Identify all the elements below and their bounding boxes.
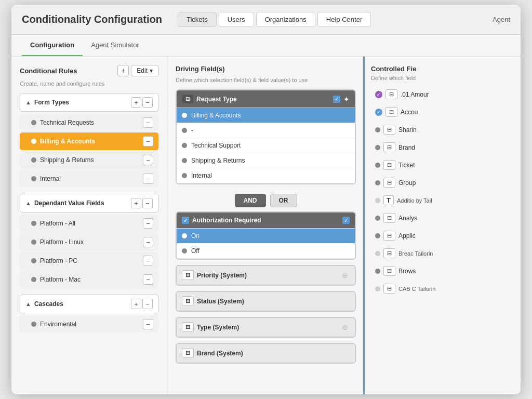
remove-cascade-button[interactable]: −: [142, 299, 153, 309]
remove-dependant-button[interactable]: −: [142, 198, 153, 208]
nav-tabs: Tickets Users Organizations Help Center: [178, 12, 371, 27]
sub-tab-configuration[interactable]: Configuration: [22, 35, 83, 56]
field-value-item[interactable]: Technical Support: [177, 138, 355, 153]
or-connector-button[interactable]: OR: [270, 194, 297, 207]
status-system-title: ⊟ Status (System): [182, 296, 244, 306]
authorization-required-header: ✓ Authorization Required ✓: [177, 212, 355, 229]
list-item[interactable]: Platform - All −: [20, 215, 158, 232]
dependant-actions: + −: [131, 198, 153, 208]
field-tag: ⊟: [385, 107, 397, 117]
controlled-item[interactable]: ✓ ⊟ .01 Amour: [371, 86, 514, 102]
list-item[interactable]: Enviromental −: [20, 315, 158, 333]
checkbox-icon[interactable]: ✓: [342, 217, 350, 224]
dot-icon: [31, 157, 36, 163]
chevron-down-icon: ▾: [150, 67, 153, 74]
controlled-fields-subtitle: Define which field: [371, 75, 514, 81]
cascades-header: ▲ Cascades + −: [20, 295, 158, 313]
controlled-item[interactable]: ⊟ Breac Tailorin: [371, 245, 514, 261]
star-button[interactable]: ⊛: [340, 323, 350, 332]
collapse-icon: ▲: [25, 99, 31, 105]
field-tag: ⊟: [383, 178, 395, 188]
request-type-block: ⊟ Request Type ✓ ✦ Billing & Accounts: [176, 89, 356, 184]
list-item[interactable]: Platform - PC −: [20, 252, 158, 270]
controlled-item[interactable]: ⊟ Brand: [371, 139, 514, 155]
add-cascade-button[interactable]: +: [131, 299, 141, 309]
nav-tab-tickets[interactable]: Tickets: [178, 12, 217, 27]
nav-tab-users[interactable]: Users: [219, 12, 254, 27]
controlled-item[interactable]: ⊟ Applic: [371, 228, 514, 244]
controlled-item[interactable]: ⊟ CAB C Tailorin: [371, 281, 514, 297]
priority-system-header: ⊟ Priority (System) ⊛: [177, 266, 355, 285]
dot-light-icon: [375, 286, 380, 291]
dot-icon: [31, 176, 36, 181]
field-tag: ⊟: [385, 89, 397, 99]
selected-dot-icon: [182, 233, 187, 238]
sub-tab-agent-simulator[interactable]: Agent Simulator: [83, 35, 148, 56]
form-types-header: ▲ Form Types + −: [20, 93, 158, 112]
remove-item-button[interactable]: −: [143, 155, 153, 165]
controlled-item[interactable]: ⊟ Brows: [371, 263, 514, 279]
priority-system-block: ⊟ Priority (System) ⊛: [176, 265, 356, 286]
remove-item-button[interactable]: −: [143, 174, 153, 184]
dot-icon: [375, 198, 380, 203]
field-value-item[interactable]: Shipping & Returns: [177, 153, 355, 168]
remove-item-button[interactable]: −: [143, 319, 153, 329]
remove-form-type-button[interactable]: −: [142, 97, 153, 108]
star-icon: ✦: [343, 95, 350, 103]
app-title: Conditionality Configuration: [22, 14, 162, 25]
sub-tabs: Configuration Agent Simulator: [11, 35, 521, 57]
right-panel: Controlled Fie Define which field ✓ ⊟ .0…: [365, 57, 521, 394]
dot-icon: [375, 127, 380, 132]
remove-item-button[interactable]: −: [143, 136, 153, 147]
remove-item-button[interactable]: −: [143, 218, 153, 229]
field-value-item[interactable]: -: [177, 123, 355, 138]
remove-item-button[interactable]: −: [143, 117, 153, 128]
nav-tab-organizations[interactable]: Organizations: [256, 12, 315, 27]
controlled-item[interactable]: ⊟ Ticket: [371, 157, 514, 173]
type-system-block: ⊟ Type (System) ⊛: [176, 317, 356, 338]
dot-icon: [375, 145, 380, 150]
add-dependant-button[interactable]: +: [131, 198, 141, 208]
controlled-fields-title: Controlled Fie: [371, 65, 514, 73]
add-form-type-button[interactable]: +: [131, 97, 141, 108]
field-tag: ⊟: [383, 248, 395, 258]
field-value-item[interactable]: On: [177, 229, 355, 244]
cascades-section: ▲ Cascades + − Enviromental −: [20, 295, 158, 333]
list-item[interactable]: Platform - Linux −: [20, 233, 158, 251]
controlled-item[interactable]: T Additio by Tail: [371, 192, 514, 208]
remove-item-button[interactable]: −: [143, 256, 153, 266]
dot-icon: [375, 233, 380, 238]
edit-button[interactable]: Edit ▾: [131, 65, 158, 76]
list-item[interactable]: Technical Requests −: [20, 114, 158, 131]
star-button[interactable]: ⊛: [340, 271, 350, 280]
system-fields: ⊟ Priority (System) ⊛ ⊟ Status (System): [176, 265, 356, 364]
app-window: Conditionality Configuration Tickets Use…: [11, 5, 521, 394]
brand-system-block: ⊟ Brand (System): [176, 343, 356, 364]
field-tag: ⊟: [383, 160, 395, 170]
add-rule-button[interactable]: +: [117, 65, 129, 76]
and-connector-button[interactable]: AND: [235, 194, 266, 207]
nav-tab-helpcenter[interactable]: Help Center: [317, 12, 371, 27]
rules-subtitle: Create, name and configure rules: [20, 81, 158, 87]
list-item[interactable]: Shipping & Returns −: [20, 151, 158, 169]
remove-item-button[interactable]: −: [143, 237, 153, 247]
list-item[interactable]: Billing & Accounts −: [20, 132, 158, 150]
dot-icon: [375, 180, 380, 185]
remove-item-button[interactable]: −: [143, 274, 153, 285]
list-item[interactable]: Internal −: [20, 170, 158, 188]
field-tag: ⊟: [182, 348, 194, 358]
field-tag: ⊟: [383, 231, 395, 241]
controlled-item[interactable]: ⊟ Group: [371, 175, 514, 191]
checkbox-icon[interactable]: ✓: [333, 96, 340, 103]
controlled-item[interactable]: ✓ ⊟ Accou: [371, 104, 514, 120]
field-value-item[interactable]: Off: [177, 244, 355, 259]
checkbox-checked-icon[interactable]: ✓: [182, 217, 189, 224]
field-value-item[interactable]: Billing & Accounts: [177, 108, 355, 123]
list-item[interactable]: Platform - Mac −: [20, 271, 158, 288]
controlled-item[interactable]: ⊟ Analys: [371, 210, 514, 226]
field-tag: ⊟: [383, 213, 395, 223]
brand-system-header: ⊟ Brand (System): [177, 344, 355, 363]
dot-icon: [182, 248, 187, 254]
field-value-item[interactable]: Internal: [177, 168, 355, 183]
controlled-item[interactable]: ⊟ Sharin: [371, 122, 514, 138]
